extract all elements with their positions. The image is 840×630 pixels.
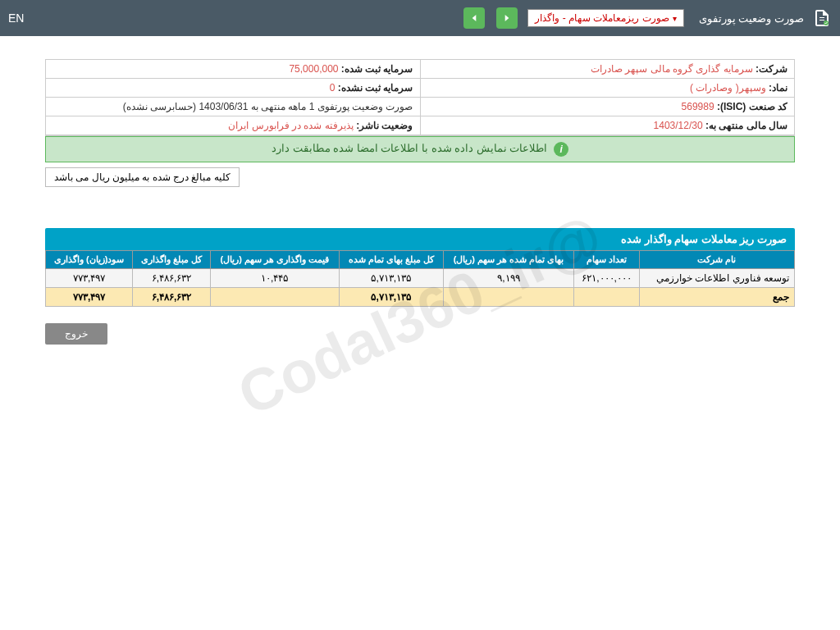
unreg-cap-label: سرمایه ثبت نشده: bbox=[338, 82, 413, 94]
col-profit-loss: سود(زیان) واگذاری bbox=[46, 251, 133, 269]
portfolio-label: صورت وضعیت پورتفوی bbox=[317, 101, 413, 112]
reg-cap-value: 75,000,000 bbox=[289, 63, 338, 75]
nav-prev-button[interactable] bbox=[463, 7, 485, 29]
sum-cost-per-share bbox=[443, 288, 574, 307]
report-dropdown[interactable]: ▾ صورت ریزمعاملات سهام - واگذار bbox=[527, 9, 683, 27]
section-title: صورت ریز معاملات سهام واگذار شده bbox=[45, 228, 795, 250]
cell-total-cost: ۵,۷۱۳,۱۳۵ bbox=[339, 269, 443, 288]
cell-company: توسعه فناوري اطلاعات خوارزمي bbox=[639, 269, 794, 288]
symbol-value: وسپهر( وصادرات ) bbox=[690, 82, 766, 94]
col-sale-per-share: قیمت واگذاری هر سهم (ریال) bbox=[210, 251, 339, 269]
chevron-left-icon bbox=[468, 12, 480, 24]
publisher-label: وضعیت ناشر: bbox=[356, 120, 413, 131]
col-total-cost: کل مبلغ بهای تمام شده bbox=[339, 251, 443, 269]
cell-sale-per-share: ۱۰,۴۴۵ bbox=[210, 269, 339, 288]
sum-shares bbox=[574, 288, 640, 307]
reg-cap-label: سرمایه ثبت شده: bbox=[341, 63, 413, 75]
col-total-sale: کل مبلغ واگذاری bbox=[133, 251, 210, 269]
sum-total-cost: ۵,۷۱۳,۱۳۵ bbox=[339, 288, 443, 307]
info-banner: i اطلاعات نمایش داده شده با اطلاعات امضا… bbox=[45, 136, 795, 162]
sum-profit-loss: ۷۷۳,۴۹۷ bbox=[46, 288, 133, 307]
table-sum-row: جمع ۵,۷۱۳,۱۳۵ ۶,۴۸۶,۶۳۲ ۷۷۳,۴۹۷ bbox=[46, 288, 795, 307]
col-company: نام شرکت bbox=[639, 251, 794, 269]
sum-sale-per-share bbox=[210, 288, 339, 307]
transactions-table: نام شرکت تعداد سهام بهای تمام شده هر سهم… bbox=[45, 250, 795, 307]
chevron-down-icon: ▾ bbox=[673, 14, 677, 23]
topbar: صورت وضعیت پورتفوی ▾ صورت ریزمعاملات سها… bbox=[0, 0, 840, 36]
col-shares: تعداد سهام bbox=[574, 251, 640, 269]
col-cost-per-share: بهای تمام شده هر سهم (ریال) bbox=[443, 251, 574, 269]
table-header-row: نام شرکت تعداد سهام بهای تمام شده هر سهم… bbox=[46, 251, 795, 269]
publisher-value: پذیرفته شده در فرابورس ایران bbox=[228, 120, 353, 131]
info-table: شرکت: سرمایه گذاری گروه مالی سپهر صادرات… bbox=[45, 59, 795, 136]
cell-total-sale: ۶,۴۸۶,۶۳۲ bbox=[133, 269, 210, 288]
exit-button[interactable]: خروج bbox=[45, 323, 107, 345]
company-label: شرکت: bbox=[756, 63, 788, 75]
language-toggle[interactable]: EN bbox=[8, 11, 24, 25]
dropdown-label: صورت ریزمعاملات سهام - واگذار bbox=[535, 12, 669, 24]
document-icon bbox=[812, 8, 832, 28]
chevron-right-icon bbox=[501, 12, 513, 24]
sum-label: جمع bbox=[639, 288, 794, 307]
isic-label: کد صنعت (ISIC): bbox=[717, 101, 788, 112]
fy-value: 1403/12/30 bbox=[654, 120, 703, 131]
cell-cost-per-share: ۹,۱۹۹ bbox=[443, 269, 574, 288]
cell-shares: ۶۲۱,۰۰۰,۰۰۰ bbox=[574, 269, 640, 288]
fy-label: سال مالی منتهی به: bbox=[705, 120, 788, 131]
company-value: سرمایه گذاری گروه مالی سپهر صادرات bbox=[591, 63, 753, 75]
banner-text: اطلاعات نمایش داده شده با اطلاعات امضا ش… bbox=[272, 142, 548, 154]
page-title: صورت وضعیت پورتفوی bbox=[699, 12, 804, 25]
symbol-label: نماد: bbox=[769, 82, 788, 94]
table-row: توسعه فناوري اطلاعات خوارزمي ۶۲۱,۰۰۰,۰۰۰… bbox=[46, 269, 795, 288]
currency-note: کلیه مبالغ درج شده به میلیون ریال می باش… bbox=[45, 167, 240, 187]
unreg-cap-value: 0 bbox=[330, 82, 336, 94]
topbar-left: EN bbox=[8, 11, 24, 25]
topbar-right: صورت وضعیت پورتفوی ▾ صورت ریزمعاملات سها… bbox=[462, 7, 832, 29]
content: شرکت: سرمایه گذاری گروه مالی سپهر صادرات… bbox=[0, 59, 840, 361]
nav-next-button[interactable] bbox=[496, 7, 518, 29]
isic-value: 569989 bbox=[682, 101, 714, 112]
sum-total-sale: ۶,۴۸۶,۶۳۲ bbox=[133, 288, 210, 307]
cell-profit-loss: ۷۷۳,۴۹۷ bbox=[46, 269, 133, 288]
info-icon: i bbox=[554, 142, 568, 157]
portfolio-value: 1 ماهه منتهی به 1403/06/31 (حسابرسی نشده… bbox=[123, 101, 315, 112]
